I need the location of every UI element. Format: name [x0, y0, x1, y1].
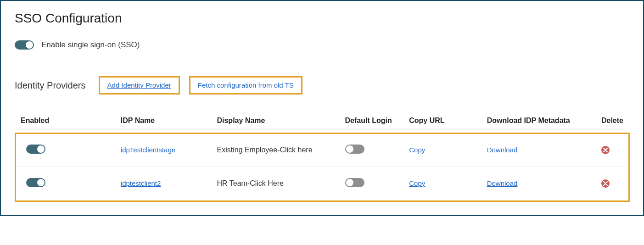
col-header-default-login: Default Login	[341, 107, 405, 134]
delete-button[interactable]	[601, 146, 610, 154]
display-name-cell: Existing Employee-Click here	[212, 134, 340, 167]
col-header-delete: Delete	[597, 107, 629, 134]
row-enabled-toggle[interactable]	[26, 145, 45, 154]
identity-providers-section: Identity Providers Add Identity Provider…	[15, 76, 629, 201]
add-identity-provider-button[interactable]: Add Identity Provider	[99, 76, 180, 95]
col-header-download-idp: Download IDP Metadata	[482, 107, 597, 134]
providers-title: Identity Providers	[15, 80, 86, 91]
display-name-cell: HR Team-Click Here	[212, 167, 340, 201]
default-login-toggle[interactable]	[345, 145, 364, 154]
col-header-enabled: Enabled	[16, 107, 116, 134]
idp-name-link[interactable]: idptestclient2	[121, 179, 161, 187]
table-header-row: Enabled IDP Name Display Name Default Lo…	[16, 107, 629, 134]
copy-url-link[interactable]: Copy	[409, 146, 425, 154]
enable-sso-row: Enable single sign-on (SSO)	[15, 40, 629, 50]
close-icon	[603, 148, 608, 152]
table-row: idpTestclientstage Existing Employee-Cli…	[16, 134, 629, 167]
col-header-copy-url: Copy URL	[404, 107, 482, 134]
row-enabled-toggle[interactable]	[26, 178, 45, 187]
close-icon	[603, 181, 608, 186]
delete-button[interactable]	[601, 179, 610, 188]
sso-configuration-panel: SSO Configuration Enable single sign-on …	[0, 0, 644, 216]
col-header-display-name: Display Name	[212, 107, 340, 134]
enable-sso-toggle[interactable]	[15, 40, 34, 50]
providers-table: Enabled IDP Name Display Name Default Lo…	[15, 106, 629, 201]
col-header-idp-name: IDP Name	[116, 107, 213, 134]
add-identity-provider-label: Add Identity Provider	[107, 81, 171, 89]
fetch-old-ts-button[interactable]: Fetch configuration from old TS	[189, 76, 302, 95]
enable-sso-label: Enable single sign-on (SSO)	[41, 40, 140, 50]
copy-url-link[interactable]: Copy	[409, 179, 425, 187]
page-title: SSO Configuration	[15, 11, 629, 26]
download-metadata-link[interactable]: Download	[487, 179, 518, 187]
fetch-old-ts-label: Fetch configuration from old TS	[198, 81, 294, 89]
providers-header: Identity Providers Add Identity Provider…	[15, 76, 629, 104]
table-row: idptestclient2 HR Team-Click Here Copy D…	[16, 167, 629, 201]
download-metadata-link[interactable]: Download	[487, 146, 518, 154]
idp-name-link[interactable]: idpTestclientstage	[121, 146, 175, 154]
default-login-toggle[interactable]	[345, 178, 364, 187]
